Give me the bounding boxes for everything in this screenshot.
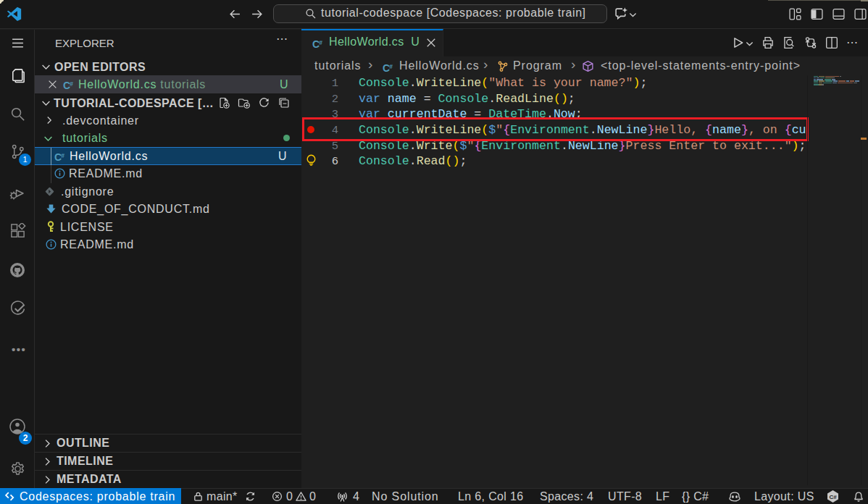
svg-text:C#: C# [829,494,837,500]
